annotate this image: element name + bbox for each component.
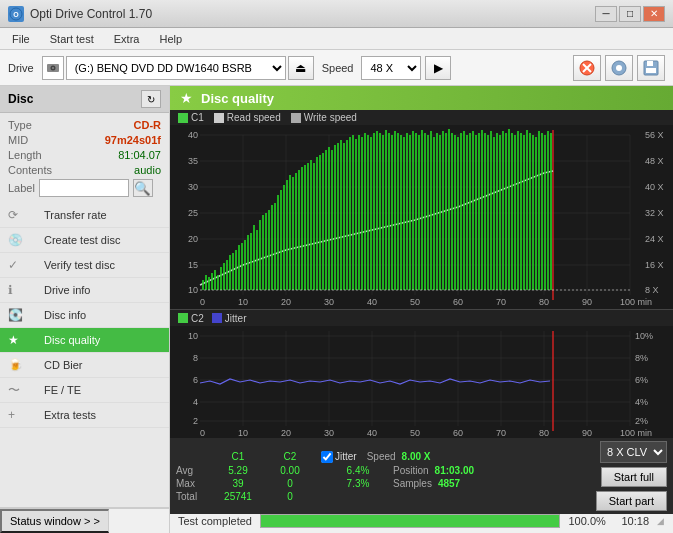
clv-combo[interactable]: 8 X CLV (600, 441, 667, 463)
maximize-button[interactable]: □ (619, 6, 641, 22)
svg-text:40: 40 (188, 130, 198, 140)
nav-items: ⟳ Transfer rate 💿 Create test disc ✓ Ver… (0, 203, 169, 507)
svg-rect-60 (214, 270, 216, 290)
svg-text:0: 0 (200, 297, 205, 307)
svg-text:6: 6 (193, 375, 198, 385)
svg-rect-113 (373, 133, 375, 290)
menu-extra[interactable]: Extra (106, 31, 148, 47)
speed-col-header: Speed (367, 451, 396, 462)
jitter-checkbox[interactable] (321, 451, 333, 463)
legend-read-speed-box (214, 113, 224, 123)
svg-rect-136 (442, 131, 444, 290)
samples-value: 4857 (438, 478, 460, 489)
drive-icon (42, 56, 64, 80)
status-window-button[interactable]: Status window > > (0, 509, 109, 533)
start-full-button[interactable]: Start full (601, 467, 667, 487)
svg-rect-148 (478, 133, 480, 290)
close-button[interactable]: ✕ (643, 6, 665, 22)
disc-type-row: Type CD-R (8, 119, 161, 131)
svg-rect-160 (514, 135, 516, 290)
sidebar-item-fe-te[interactable]: 〜 FE / TE (0, 378, 169, 403)
svg-rect-76 (262, 215, 264, 290)
progress-bar-container (260, 514, 560, 528)
sidebar-item-extra-tests[interactable]: + Extra tests (0, 403, 169, 428)
svg-rect-161 (517, 131, 519, 290)
nav-fe-te-label: FE / TE (44, 384, 81, 396)
status-corner: ◢ (657, 516, 673, 526)
settings-button[interactable] (605, 55, 633, 81)
sidebar-item-disc-quality[interactable]: ★ Disc quality (0, 328, 169, 353)
svg-rect-144 (466, 135, 468, 290)
svg-rect-75 (259, 220, 261, 290)
svg-rect-127 (415, 133, 417, 290)
status-main: Test completed 100.0% 10:18 (170, 514, 657, 528)
svg-rect-151 (487, 135, 489, 290)
svg-text:70: 70 (496, 428, 506, 438)
svg-point-9 (616, 65, 622, 71)
drive-label: Drive (8, 62, 34, 74)
sidebar-item-transfer-rate[interactable]: ⟳ Transfer rate (0, 203, 169, 228)
sidebar-item-cd-bier[interactable]: 🍺 CD Bier (0, 353, 169, 378)
chart-c1: 40 35 30 25 20 15 10 56 X 48 X 40 X 32 X… (170, 125, 673, 310)
svg-rect-121 (397, 133, 399, 290)
max-c2: 0 (265, 478, 315, 489)
menu-help[interactable]: Help (151, 31, 190, 47)
content-header-icon: ★ (180, 90, 193, 106)
disc-mid-row: MID 97m24s01f (8, 134, 161, 146)
svg-rect-96 (322, 153, 324, 290)
start-part-button[interactable]: Start part (596, 491, 667, 511)
svg-rect-116 (382, 135, 384, 290)
svg-rect-169 (541, 133, 543, 290)
legend-c2-box (178, 313, 188, 323)
avg-jitter: 6.4% (333, 465, 383, 476)
menu-start-test[interactable]: Start test (42, 31, 102, 47)
total-c2: 0 (265, 491, 315, 502)
svg-rect-170 (544, 135, 546, 290)
speed-arrow-button[interactable]: ▶ (425, 56, 451, 80)
drive-eject-button[interactable]: ⏏ (288, 56, 314, 80)
svg-rect-89 (301, 167, 303, 290)
right-controls: 8 X CLV Start full Start part (596, 441, 667, 511)
legend-c1: C1 (178, 112, 204, 123)
svg-text:6%: 6% (635, 375, 648, 385)
svg-text:24 X: 24 X (645, 234, 664, 244)
svg-text:30: 30 (188, 182, 198, 192)
svg-text:40: 40 (367, 428, 377, 438)
svg-rect-61 (217, 275, 219, 290)
label-search-button[interactable]: 🔍 (133, 179, 153, 197)
svg-rect-171 (547, 131, 549, 290)
label-input[interactable] (39, 179, 129, 197)
svg-rect-163 (523, 135, 525, 290)
legend-c2-label: C2 (191, 313, 204, 324)
disc-length-row: Length 81:04.07 (8, 149, 161, 161)
samples-label: Samples (393, 478, 432, 489)
svg-text:8%: 8% (635, 353, 648, 363)
svg-text:10: 10 (188, 331, 198, 341)
menu-file[interactable]: File (4, 31, 38, 47)
svg-rect-99 (331, 150, 333, 290)
svg-rect-135 (439, 135, 441, 290)
nav-verify-test-disc-label: Verify test disc (44, 259, 115, 271)
minimize-button[interactable]: ─ (595, 6, 617, 22)
sidebar-item-verify-test-disc[interactable]: ✓ Verify test disc (0, 253, 169, 278)
svg-rect-66 (232, 253, 234, 290)
content-header-title: Disc quality (201, 91, 274, 106)
disc-refresh-button[interactable]: ↻ (141, 90, 161, 108)
speed-combo[interactable]: 48 X (361, 56, 421, 80)
save-button[interactable] (637, 55, 665, 81)
sidebar-item-drive-info[interactable]: ℹ Drive info (0, 278, 169, 303)
svg-text:4%: 4% (635, 397, 648, 407)
svg-rect-90 (304, 165, 306, 290)
svg-point-4 (52, 67, 54, 69)
sidebar-item-disc-info[interactable]: 💽 Disc info (0, 303, 169, 328)
svg-rect-64 (226, 260, 228, 290)
svg-rect-91 (307, 163, 309, 290)
erase-button[interactable] (573, 55, 601, 81)
svg-rect-78 (268, 210, 270, 290)
svg-text:80: 80 (539, 428, 549, 438)
svg-rect-111 (367, 135, 369, 290)
sidebar-item-create-test-disc[interactable]: 💿 Create test disc (0, 228, 169, 253)
drive-combo[interactable]: (G:) BENQ DVD DD DW1640 BSRB (66, 56, 286, 80)
svg-text:35: 35 (188, 156, 198, 166)
svg-rect-107 (355, 139, 357, 290)
